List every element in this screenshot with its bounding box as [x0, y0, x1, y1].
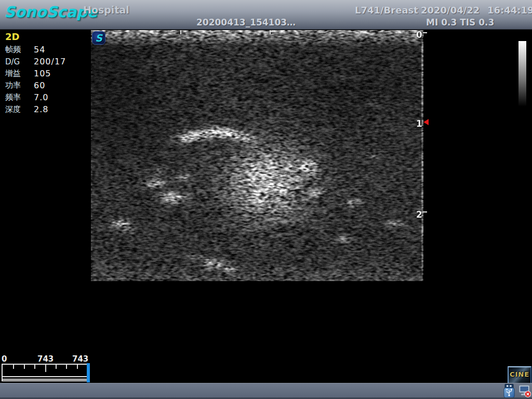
hospital-name: Hospital: [83, 4, 129, 16]
system-time: 16:44:19: [487, 5, 532, 16]
system-date: 2020/04/22: [421, 5, 480, 16]
depth-ruler-tick: [423, 32, 427, 33]
depth-ruler-label: 1: [416, 118, 422, 129]
ultrasound-screen: SonoScape Hospital 20200413_154103… L741…: [0, 0, 532, 399]
parameter-value: 60: [34, 81, 45, 90]
dataset-name: 20200413_154103…: [196, 17, 296, 28]
ruler-track-line: [3, 376, 87, 377]
parameter-label: 功率: [5, 81, 34, 90]
focus-marker-icon[interactable]: [423, 119, 429, 125]
depth-ruler-label: 2: [416, 209, 422, 220]
probe-preset: L741/Breast: [355, 5, 418, 16]
cine-button[interactable]: CINE: [508, 366, 531, 384]
sonoscape-badge-icon: S: [92, 31, 105, 45]
parameter-row: 深度2.8: [5, 103, 88, 115]
measure-ruler: [2, 364, 88, 381]
mode-label: 2D: [5, 31, 88, 44]
parameter-row: 增益105: [5, 68, 88, 79]
ruler-tick: [24, 365, 25, 369]
parameter-value: 54: [34, 45, 45, 55]
parameter-value: 2.8: [34, 104, 48, 114]
measure-scale-labels: 0 743 743: [0, 354, 91, 363]
parameter-row: 功率60: [5, 79, 88, 91]
ruler-tick: [56, 365, 57, 369]
scale-label-end: 743: [72, 354, 88, 364]
mi-tis-readout: MI 0.3 TIS 0.3: [426, 17, 494, 28]
top-status-bar: SonoScape Hospital 20200413_154103… L741…: [0, 0, 532, 30]
parameter-panel: 2D 帧频54D/G200/17增益105功率60频率7.0深度2.8: [5, 31, 88, 115]
ruler-tick: [34, 365, 35, 369]
ruler-tick: [77, 365, 78, 369]
depth-ruler-label: 0: [416, 30, 422, 40]
parameter-label: 深度: [5, 104, 34, 114]
ruler-tick: [13, 365, 14, 369]
parameter-label: 增益: [5, 69, 34, 78]
scale-cursor[interactable]: [87, 363, 90, 382]
parameter-value: 200/17: [34, 57, 66, 66]
image-right-edge-line: [422, 32, 422, 281]
parameter-row: 频率7.0: [5, 91, 88, 103]
ruler-track-line: [3, 379, 87, 380]
computer-disconnected-icon[interactable]: [518, 384, 531, 398]
scale-label-mid: 743: [37, 354, 54, 364]
ultrasound-image: [91, 30, 423, 281]
parameter-label: 频率: [5, 92, 34, 102]
parameter-row: D/G200/17: [5, 56, 88, 68]
depth-ruler-tick: [423, 211, 427, 212]
grayscale-map-bar: [518, 41, 526, 107]
parameter-row: 帧频54: [5, 44, 88, 56]
parameter-label: 帧频: [5, 45, 34, 55]
parameter-rows: 帧频54D/G200/17增益105功率60频率7.0深度2.8: [5, 44, 88, 115]
usb-icon[interactable]: [503, 384, 515, 398]
parameter-label: D/G: [5, 57, 34, 66]
parameter-value: 105: [34, 69, 51, 78]
system-tray: [503, 384, 531, 398]
ruler-tick: [45, 365, 46, 372]
ruler-tick: [66, 365, 67, 369]
parameter-value: 7.0: [34, 92, 48, 102]
scale-label-start: 0: [2, 354, 7, 364]
red-x-badge: [525, 391, 530, 397]
bottom-status-bar: [0, 383, 532, 399]
